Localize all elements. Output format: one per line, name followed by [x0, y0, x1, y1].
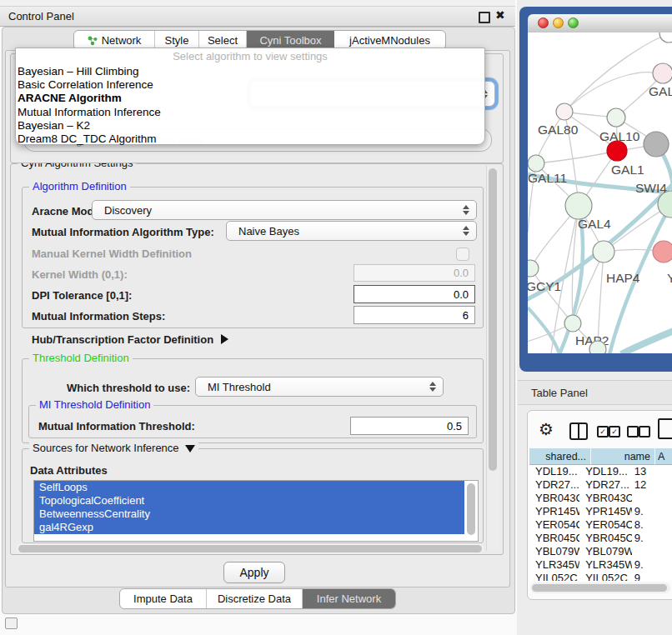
- network-node-y[interactable]: [653, 241, 672, 262]
- table-row[interactable]: YDL19...YDL19...13: [529, 465, 672, 478]
- settings-vertical-scrollbar[interactable]: [486, 166, 499, 551]
- tab-label: Select: [208, 34, 238, 47]
- table-row[interactable]: YIL052CYIL052C9: [529, 572, 672, 581]
- uncheck-all-icon-1[interactable]: [627, 426, 639, 438]
- table-row[interactable]: YBL079WYBL079W: [529, 545, 672, 558]
- network-node-label: HAP4: [606, 271, 640, 285]
- network-node[interactable]: [589, 341, 606, 353]
- minimize-traffic-light[interactable]: [553, 18, 564, 28]
- tab-style[interactable]: Style: [155, 31, 199, 49]
- algorithm-popup-item[interactable]: Basic Correlation Inference: [16, 78, 484, 92]
- network-window-titlebar[interactable]: [528, 14, 672, 33]
- table-column-header[interactable]: A: [655, 448, 672, 465]
- sources-title-text: Sources for Network Inference: [33, 442, 179, 454]
- table-row[interactable]: YPR145WYPR145W9.: [529, 505, 672, 518]
- close-traffic-light[interactable]: [538, 18, 549, 28]
- table-cell: YDR27...: [529, 478, 579, 492]
- bottom-tab-discretize-data[interactable]: Discretize Data: [207, 589, 303, 608]
- combo-arrows-icon: [429, 382, 436, 392]
- check-all-icon-2[interactable]: ✓: [609, 426, 620, 438]
- network-node[interactable]: [659, 32, 672, 42]
- network-node-gcy1[interactable]: [528, 260, 539, 277]
- network-canvas[interactable]: GALGAL80GAL10GAL1GAL11SWI4GAL4GCY1HAP4YH…: [528, 32, 672, 353]
- table-column-header[interactable]: shared...: [529, 448, 591, 465]
- tab-network[interactable]: Network: [74, 31, 155, 49]
- bottom-tab-impute-data[interactable]: Impute Data: [120, 589, 207, 608]
- apply-button[interactable]: Apply: [223, 562, 285, 583]
- table-cell: YPR145W: [579, 505, 632, 518]
- table-cell: YIL052C: [529, 572, 579, 581]
- network-graph: GALGAL80GAL10GAL1GAL11SWI4GAL4GCY1HAP4YH…: [528, 32, 672, 353]
- file-icon[interactable]: [658, 418, 672, 439]
- table-panel-title: Table Panel: [531, 387, 588, 399]
- network-node-label: GAL: [649, 84, 672, 98]
- network-node-gal11[interactable]: [528, 155, 544, 172]
- dpi-tolerance-value: 0.0: [454, 288, 469, 301]
- tab-cyni-toolbox[interactable]: Cyni Toolbox: [247, 31, 334, 49]
- algorithm-popup-item[interactable]: Bayesian – Hill Climbing: [16, 65, 484, 78]
- mi-threshold-group-title: MI Threshold Definition: [36, 398, 153, 411]
- aracne-mode-combobox[interactable]: Discovery: [92, 200, 477, 220]
- network-node-gal1[interactable]: [607, 141, 627, 161]
- table-hscroll-thumb[interactable]: [532, 584, 667, 592]
- table-row[interactable]: YBR045CYBR045C9.: [529, 532, 672, 545]
- algorithm-popup-item[interactable]: ARACNE Algorithm: [16, 92, 484, 105]
- network-node-gal80[interactable]: [556, 103, 573, 120]
- bottom-tab-infer-network[interactable]: Infer Network: [303, 589, 395, 608]
- check-all-icon-1[interactable]: ✓: [597, 426, 609, 438]
- table-row[interactable]: YBR043CYBR043C: [529, 492, 672, 505]
- minimized-panel-icon[interactable]: [5, 618, 18, 629]
- list-vscroll-thumb[interactable]: [467, 483, 475, 535]
- hub-definition-toggle[interactable]: Hub/Transcription Factor Definition: [32, 333, 228, 346]
- combo-arrows-icon: [463, 226, 469, 236]
- dock-top-strip: [0, 0, 515, 7]
- mi-threshold-field[interactable]: 0.5: [350, 417, 469, 435]
- settings-horizontal-scrollbar[interactable]: [17, 543, 484, 553]
- data-attribute-item[interactable]: TopologicalCoefficient: [34, 494, 464, 508]
- network-node-hap2[interactable]: [564, 315, 581, 332]
- which-threshold-value: MI Threshold: [196, 381, 271, 393]
- table-panel-titlebar: Table Panel: [518, 380, 672, 405]
- tab-jactivemnodules[interactable]: jActiveMNodules: [334, 31, 445, 49]
- network-node[interactable]: [644, 132, 669, 157]
- kernel-width-field[interactable]: 0.0: [354, 264, 475, 282]
- tab-label: jActiveMNodules: [349, 34, 430, 47]
- table-cell: YPR145W: [529, 505, 579, 518]
- gear-icon[interactable]: ⚙: [539, 419, 554, 439]
- sources-group-title[interactable]: Sources for Network Inference: [29, 442, 198, 454]
- network-node-hap4[interactable]: [593, 241, 614, 262]
- network-node-gal10[interactable]: [607, 108, 625, 127]
- mi-type-combobox[interactable]: Naive Bayes: [226, 221, 477, 241]
- table-row[interactable]: YER054CYER054C8.: [529, 518, 672, 532]
- data-attribute-item[interactable]: BetweennessCentrality: [34, 508, 464, 521]
- network-node-gal[interactable]: [653, 63, 672, 83]
- algorithm-popup-item[interactable]: Bayesian – K2: [16, 119, 484, 132]
- table-horizontal-scrollbar[interactable]: [530, 582, 670, 593]
- table-cell: 9.: [632, 558, 672, 572]
- data-attribute-item[interactable]: gal4RGexp: [34, 521, 464, 534]
- close-panel-icon[interactable]: ✖: [495, 8, 505, 22]
- tab-select[interactable]: Select: [199, 31, 247, 49]
- algorithm-popup-item[interactable]: Dream8 DC_TDC Algorithm: [16, 132, 484, 146]
- manual-kernel-checkbox[interactable]: [456, 248, 469, 261]
- mi-steps-field[interactable]: 6: [354, 306, 475, 324]
- zoom-traffic-light[interactable]: [568, 18, 579, 28]
- table-cell: YBL079W: [579, 545, 632, 558]
- settings-hscroll-thumb[interactable]: [18, 545, 482, 552]
- network-node-gal4[interactable]: [565, 192, 592, 219]
- data-attributes-list: SelfLoopsTopologicalCoefficientBetweenne…: [33, 480, 479, 542]
- table-row[interactable]: YDR27...YDR27...12: [529, 478, 672, 492]
- mi-type-label: Mutual Information Algorithm Type:: [32, 226, 214, 238]
- dpi-tolerance-field[interactable]: 0.0: [354, 285, 475, 303]
- table-cell: 9.: [632, 505, 672, 518]
- table-column-header[interactable]: name: [591, 448, 655, 465]
- which-threshold-combobox[interactable]: MI Threshold: [195, 377, 444, 397]
- data-attribute-item[interactable]: SelfLoops: [34, 481, 464, 494]
- table-cell: YBR043C: [579, 492, 632, 505]
- settings-vscroll-thumb[interactable]: [489, 168, 497, 471]
- table-row[interactable]: YLR345WYLR345W9.: [529, 558, 672, 572]
- columns-icon[interactable]: [569, 422, 588, 440]
- float-panel-icon[interactable]: [479, 12, 490, 23]
- algorithm-popup-item[interactable]: Mutual Information Inference: [16, 106, 484, 119]
- uncheck-all-icon-2[interactable]: [639, 426, 650, 438]
